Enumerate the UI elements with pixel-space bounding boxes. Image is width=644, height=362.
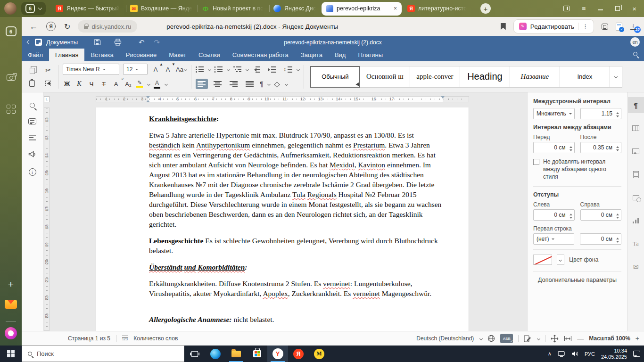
menu-collaboration[interactable]: Совместная работа [226,49,295,61]
chart-settings-tab[interactable] [628,213,644,229]
menu-file[interactable]: Файл [22,49,49,61]
align-center-button[interactable] [212,79,224,89]
horizontal-ruler[interactable]: 1234567891011121314151617 [96,96,469,102]
page-indicator[interactable]: Страница 1 из 5 [68,335,110,342]
cut-icon[interactable]: ✂ [45,66,51,74]
hidden-icons-chevron[interactable]: ∧ [548,351,552,357]
mercury-app-icon[interactable]: М [309,346,330,362]
align-left-button[interactable] [196,79,208,89]
style-apple-converted[interactable]: apple-conver [410,66,460,88]
about-info-icon[interactable]: i [29,168,36,176]
track-changes-icon[interactable] [524,335,531,342]
yandex-browser-icon[interactable]: Y [267,346,288,362]
background-color-swatch[interactable] [533,255,552,265]
sidebar-add-icon[interactable]: + [8,279,14,289]
highlight-dropdown-icon[interactable] [147,82,150,85]
left-indent-marker[interactable] [146,98,150,102]
keyboard-language[interactable]: РУС [585,351,595,357]
yandex-app-icon[interactable]: Я [288,346,309,362]
document-page[interactable]: Krankheitsgeschichte: Etwa 5 Jahre arter… [96,107,469,331]
file-explorer-icon[interactable] [226,346,247,362]
profile-avatar[interactable] [4,2,17,15]
menu-plugins[interactable]: Плагины [352,49,389,61]
copy-icon[interactable] [30,68,35,74]
minimize-icon[interactable] [598,9,603,10]
ruler-tab-selector[interactable]: L [44,96,50,102]
new-tab-button[interactable]: + [480,3,491,14]
subscript-button[interactable]: A₂ [124,79,132,89]
image-settings-tab[interactable] [628,143,644,159]
screenshot-icon[interactable] [7,74,16,81]
tab-yandex-disk[interactable]: Яндекс Диск [269,0,320,17]
menu-home[interactable]: Главная [49,49,84,61]
editor-search-icon[interactable] [633,52,637,56]
strikethrough-button[interactable]: Т [99,79,108,89]
zoom-in-button[interactable]: + [636,335,639,342]
back-icon[interactable]: ← [29,22,38,32]
style-title[interactable]: Название [510,66,560,88]
print-icon[interactable] [114,39,122,46]
taskbar-search-input[interactable]: Поиск [22,346,184,362]
shading-icon[interactable] [274,82,281,88]
superscript-button[interactable]: A2 [112,79,120,89]
indent-left-spinner[interactable]: 0 см [533,209,575,221]
redo-icon[interactable]: ↷ [154,38,160,47]
bullet-list-icon[interactable] [196,66,204,73]
style-index[interactable]: Index [560,66,610,88]
menu-layout[interactable]: Макет [163,49,192,61]
vertical-ruler[interactable]: 12131415161718192021222324 [44,107,50,331]
alice-assistant-icon[interactable] [5,327,17,339]
line-spacing-type-select[interactable]: Множитель [533,108,575,119]
multilevel-list-icon[interactable] [233,66,241,73]
fit-page-icon[interactable] [551,335,559,343]
numbered-list-icon[interactable] [215,66,223,73]
decrease-indent-icon[interactable] [252,66,260,73]
align-right-button[interactable] [228,79,240,89]
feedback-megaphone-icon[interactable] [28,151,36,158]
shape-settings-tab[interactable] [628,189,644,206]
sidebar-mail-icon[interactable] [5,300,17,309]
downloads-icon[interactable]: 15 [630,23,637,31]
italic-button[interactable]: К [75,79,83,89]
collections-icon[interactable] [602,24,608,30]
mail-merge-tab[interactable]: ✉ [628,259,644,275]
word-count-label[interactable]: Количество слов [133,335,178,342]
menu-references[interactable]: Ссылки [192,49,226,61]
tab-count-badge[interactable]: 6 [25,4,35,13]
search-icon[interactable] [30,103,35,108]
side-panels-icon[interactable] [563,6,570,11]
close-window-icon[interactable]: × [632,5,636,12]
spellcheck-toggle[interactable]: АБВ [500,334,513,343]
menu-view[interactable]: Вид [329,49,352,61]
style-heading[interactable]: Heading [460,66,510,88]
style-normal[interactable]: Обычный [310,66,360,88]
line-spacing-icon[interactable] [283,66,292,73]
reload-icon[interactable]: ↻ [64,22,70,31]
zoom-out-button[interactable]: — [577,335,584,342]
underline-button[interactable]: Ч [87,79,96,89]
more-options-icon[interactable]: ⋮ [582,23,588,30]
taskbar-clock[interactable]: 10:34 24.05.2025 [601,348,627,360]
paste-icon[interactable] [29,80,35,87]
select-all-icon[interactable] [45,81,51,86]
header-footer-settings-tab[interactable] [628,166,644,182]
grow-font-button[interactable]: A▲ [151,64,160,74]
tab-mail-inbox[interactable]: ✉ Входящие — Янде [126,0,198,17]
indent-right-spinner[interactable]: 0 см [580,209,622,221]
url-chip[interactable]: disk.yandex.ru [78,20,137,33]
show-paragraph-marks-icon[interactable]: ¶ [260,80,264,88]
tab-active-perevod[interactable]: perevod-epikriza × [322,2,402,16]
edit-button[interactable]: ✎ Редактировать ⋮ [513,19,594,33]
menu-insert[interactable]: Вставка [84,49,119,61]
document-language[interactable]: Deutsch (Deutschland) [416,335,474,342]
docs-extension-icon[interactable] [616,23,622,31]
table-settings-tab[interactable] [628,120,644,136]
paragraph-settings-tab[interactable]: ¶ [628,97,644,113]
fit-width-icon[interactable] [564,336,572,342]
change-case-button[interactable]: Aa [176,64,187,74]
line-spacing-value-spinner[interactable]: 1.15 [580,108,621,119]
increase-indent-icon[interactable] [268,66,276,73]
font-size-select[interactable]: 12 [123,64,148,75]
bookmark-icon[interactable] [501,23,506,30]
font-color-button[interactable]: А [154,80,160,89]
